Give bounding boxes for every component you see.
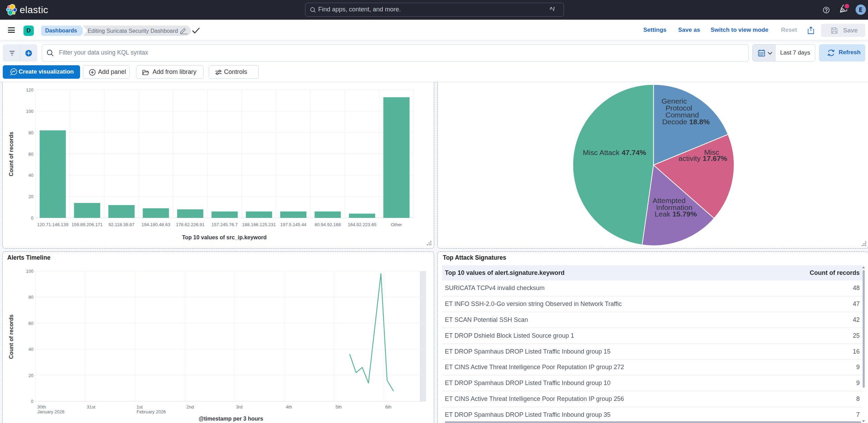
svg-text:188.166.125.231: 188.166.125.231 [242,222,276,227]
svg-text:120.71.146.139: 120.71.146.139 [37,222,68,227]
svg-text:Top 10 values of src_ip.keywor: Top 10 values of src_ip.keyword [182,234,266,240]
svg-text:2nd: 2nd [186,404,194,410]
svg-text:40: 40 [29,347,33,352]
svg-text:0: 0 [31,215,33,221]
svg-text:20: 20 [29,194,33,199]
svg-text:Decode 18.8%: Decode 18.8% [662,118,710,126]
svg-text:6th: 6th [385,404,391,410]
svg-text:164.92.223.65: 164.92.223.65 [348,222,377,227]
svg-text:Leak 15.79%: Leak 15.79% [655,210,697,218]
svg-text:February 2026: February 2026 [137,409,166,414]
svg-text:Count of records: Count of records [8,132,14,176]
svg-text:194.180.48.63: 194.180.48.63 [142,222,170,227]
svg-text:0: 0 [31,399,33,404]
svg-text:Count of records: Count of records [8,314,14,359]
svg-text:157.245.76.7: 157.245.76.7 [212,222,238,227]
svg-text:31st: 31st [87,404,96,410]
svg-text:197.5.145.44: 197.5.145.44 [280,222,306,227]
svg-text:@timestamp per 3 hours: @timestamp per 3 hours [198,416,263,422]
svg-text:3rd: 3rd [236,404,243,410]
svg-text:40: 40 [29,173,33,178]
svg-text:Misc Attack 47.74%: Misc Attack 47.74% [583,148,646,156]
svg-text:4th: 4th [286,404,292,410]
svg-text:activity 17.67%: activity 17.67% [679,154,728,162]
svg-text:1st: 1st [137,404,143,410]
svg-text:120: 120 [26,87,33,93]
svg-text:January 2026: January 2026 [37,409,65,414]
svg-text:Other: Other [391,222,402,227]
svg-text:159.89.206.171: 159.89.206.171 [71,222,103,227]
svg-text:80.94.92.168: 80.94.92.168 [315,222,341,227]
svg-text:60: 60 [29,321,33,326]
svg-text:5th: 5th [335,404,342,410]
svg-text:92.118.39.87: 92.118.39.87 [109,222,135,227]
svg-text:80: 80 [29,130,33,135]
svg-text:100: 100 [26,109,33,114]
svg-text:80: 80 [29,295,33,300]
svg-text:60: 60 [29,152,33,157]
svg-text:100: 100 [26,269,33,274]
svg-text:30th: 30th [37,404,46,410]
svg-text:20: 20 [29,373,33,378]
svg-text:178.62.226.91: 178.62.226.91 [176,222,205,227]
